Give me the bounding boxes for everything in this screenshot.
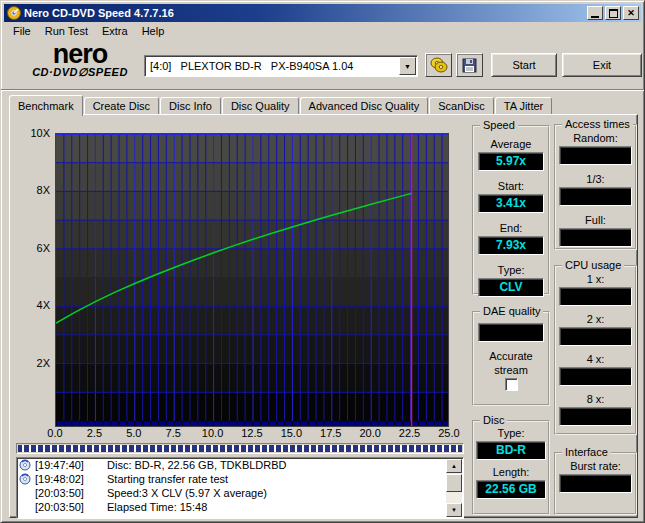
end-speed-display: 7.93x: [478, 236, 544, 255]
x-axis-labels: 0.0 2.5 5.0 7.5 10.0 12.5 15.0 17.5 20.0…: [40, 427, 464, 439]
save-button[interactable]: [456, 53, 483, 77]
x-tick-label: 7.5: [158, 427, 188, 439]
menu-extra[interactable]: Extra: [95, 23, 135, 39]
burst-rate-display: [559, 474, 632, 493]
tab-create-disc[interactable]: Create Disc: [84, 97, 159, 115]
tab-benchmark[interactable]: Benchmark: [9, 95, 83, 116]
tab-disc-quality[interactable]: Disc Quality: [222, 97, 299, 115]
chevron-down-icon[interactable]: ▼: [399, 57, 416, 75]
scroll-up-button[interactable]: ▲: [446, 459, 462, 473]
type-label: Type:: [498, 264, 525, 276]
log-scrollbar[interactable]: ▲ ▼: [446, 459, 462, 517]
log-text: Disc: BD-R, 22.56 GB, TDKBLDRBD: [95, 459, 463, 471]
dae-quality-display: [478, 323, 544, 342]
menu-help[interactable]: Help: [135, 23, 172, 39]
scroll-thumb[interactable]: [446, 474, 462, 492]
transfer-rate-chart: [55, 133, 449, 427]
interface-panel: Interface Burst rate:: [554, 452, 637, 515]
log-text: Starting transfer rate test: [95, 473, 463, 485]
drive-select-value: [4:0] PLEXTOR BD-R PX-B940SA 1.04: [145, 60, 399, 72]
disc-info-icon: [19, 473, 31, 485]
log-text: Speed:3 X CLV (5.97 X average): [95, 487, 463, 499]
minimize-button[interactable]: [587, 6, 603, 20]
cpu-2x-display: [559, 327, 632, 346]
speed-type-display: CLV: [478, 278, 544, 297]
close-icon: ✕: [627, 9, 635, 18]
y-tick-label: 10X: [16, 127, 50, 139]
dae-quality-panel: DAE quality Accurate stream: [472, 311, 550, 406]
cpu-usage-panel: CPU usage 1 x: 2 x: 4 x: 8 x:: [554, 265, 637, 435]
panel-title: DAE quality: [480, 305, 543, 317]
tab-strip: Benchmark Create Disc Disc Info Disc Qua…: [9, 94, 553, 115]
y-tick-label: 8X: [16, 184, 50, 196]
log-time: [19:47:40]: [35, 459, 95, 471]
accurate-stream-label-2: stream: [494, 364, 528, 376]
end-label: End:: [500, 222, 523, 234]
benchmark-page: 10X 8X 6X 4X 2X 0.0 2.5 5.0 7.5 10.0 12.…: [9, 114, 638, 518]
app-icon: [7, 6, 21, 20]
disc-panel: Disc Type: BD-R Length: 22.56 GB: [472, 420, 550, 515]
maximize-button[interactable]: [605, 6, 621, 20]
disc-info-icon: [19, 459, 31, 471]
log-box[interactable]: [19:47:40] Disc: BD-R, 22.56 GB, TDKBLDR…: [16, 457, 464, 519]
menu-run-test[interactable]: Run Test: [38, 23, 95, 39]
y-tick-label: 2X: [16, 357, 50, 369]
log-line: [19:48:02] Starting transfer rate test: [17, 472, 463, 486]
x-tick-label: 5.0: [119, 427, 149, 439]
disc-tools-button[interactable]: [425, 53, 452, 77]
nero-logo: nero CD·DVD∅SPEED: [20, 42, 140, 79]
log-line: [20:03:50] Speed:3 X CLV (5.97 X average…: [17, 486, 463, 500]
y-tick-label: 4X: [16, 299, 50, 311]
menu-file[interactable]: File: [6, 23, 38, 39]
disc-length-display: 22.56 GB: [476, 480, 546, 499]
cpu-1x-display: [559, 287, 632, 306]
cpu-8x-display: [559, 407, 632, 426]
log-line: [19:47:40] Disc: BD-R, 22.56 GB, TDKBLDR…: [17, 458, 463, 472]
menu-bar: File Run Test Extra Help: [4, 22, 641, 40]
tab-disc-info[interactable]: Disc Info: [160, 97, 221, 115]
discs-icon: [430, 57, 448, 73]
drive-select[interactable]: [4:0] PLEXTOR BD-R PX-B940SA 1.04 ▼: [144, 55, 418, 77]
cpu-4x-display: [559, 367, 632, 386]
log-text: Elapsed Time: 15:48: [95, 501, 463, 513]
x-tick-label: 12.5: [237, 427, 267, 439]
tab-ta-jitter[interactable]: TA Jitter: [495, 97, 553, 115]
log-time: [20:03:50]: [35, 501, 95, 513]
speed-panel: Speed Average 5.97x Start: 3.41x End: 7.…: [472, 125, 550, 295]
accurate-stream-label-1: Accurate: [489, 350, 532, 362]
start-label: Start:: [498, 180, 524, 192]
cpu-2x-label: 2 x:: [587, 313, 605, 325]
window-title: Nero CD-DVD Speed 4.7.7.16: [24, 7, 585, 19]
one-third-access-display: [559, 187, 632, 206]
exit-button[interactable]: Exit: [562, 53, 642, 77]
maximize-icon: [609, 9, 618, 18]
x-tick-label: 2.5: [79, 427, 109, 439]
y-tick-label: 6X: [16, 242, 50, 254]
tab-advanced-disc-quality[interactable]: Advanced Disc Quality: [300, 97, 429, 115]
cpu-8x-label: 8 x:: [587, 393, 605, 405]
panel-title: Interface: [562, 446, 611, 458]
x-tick-label: 15.0: [276, 427, 306, 439]
title-bar: Nero CD-DVD Speed 4.7.7.16 ✕: [4, 4, 641, 22]
test-progress-bar: [16, 443, 464, 454]
one-third-label: 1/3:: [586, 173, 604, 185]
accurate-stream-checkbox[interactable]: [505, 378, 518, 391]
tab-scandisc[interactable]: ScanDisc: [429, 97, 493, 115]
x-tick-label: 20.0: [355, 427, 385, 439]
arrow-up-icon: ▲: [451, 463, 457, 469]
save-icon: [462, 58, 477, 73]
log-line: [20:03:50] Elapsed Time: 15:48: [17, 500, 463, 514]
random-access-display: [559, 146, 632, 165]
x-tick-label: 17.5: [316, 427, 346, 439]
header: nero CD·DVD∅SPEED [4:0] PLEXTOR BD-R PX-…: [4, 40, 641, 89]
access-times-panel: Access times Random: 1/3: Full:: [554, 124, 637, 250]
full-label: Full:: [585, 214, 606, 226]
full-access-display: [559, 228, 632, 247]
log-time: [20:03:50]: [35, 487, 95, 499]
disc-type-display: BD-R: [476, 441, 546, 460]
disc-type-label: Type:: [498, 427, 525, 439]
scroll-down-button[interactable]: ▼: [446, 503, 462, 517]
start-button[interactable]: Start: [491, 53, 557, 77]
nero-logo-word: nero: [20, 42, 140, 66]
close-button[interactable]: ✕: [623, 6, 639, 20]
